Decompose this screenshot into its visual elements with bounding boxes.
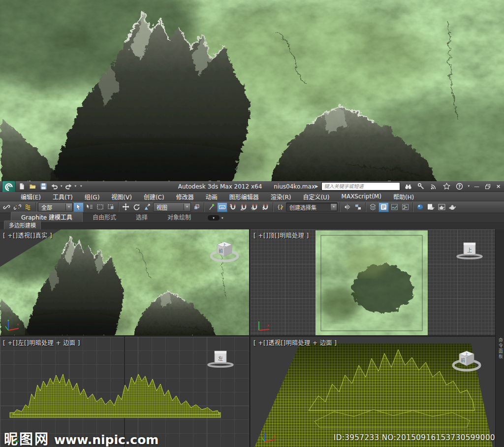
render-setup-button[interactable]	[426, 202, 436, 212]
viewcube[interactable]: 左	[207, 349, 234, 369]
svg-text:上: 上	[467, 248, 472, 253]
app-logo-icon[interactable]	[2, 181, 16, 193]
toolbar-separator	[273, 202, 273, 212]
spinner-snap-button[interactable]	[260, 202, 271, 212]
command-panel-tab[interactable]: 命令面板	[498, 338, 504, 359]
viewport-perspective-realistic[interactable]: [ +[]透视[]真实 ] 上 前 x	[0, 229, 249, 335]
select-and-scale-button[interactable]	[142, 202, 153, 212]
menu-tools[interactable]: 工具(T)	[47, 192, 79, 201]
toolbar-separator	[340, 202, 340, 212]
viewport-label[interactable]: [ +[]透视[]明暗处理 + 边面 ]	[253, 338, 337, 347]
ribbon-tab-freeform[interactable]: 自由形式	[83, 212, 126, 222]
ribbon-minimize-button[interactable]: ▾	[208, 215, 220, 221]
menu-customize[interactable]: 自定义(U)	[297, 192, 335, 201]
app-title: Autodesk 3ds Max 2012 x64	[178, 183, 262, 190]
select-and-manipulate-button[interactable]	[206, 202, 217, 212]
ribbon-tab-object-paint[interactable]: 对象绘制	[158, 212, 201, 222]
curve-editor-button[interactable]	[389, 202, 400, 212]
help-icon[interactable]: ?	[455, 182, 464, 191]
restore-button[interactable]	[484, 183, 491, 190]
command-panel-collapsed-strip[interactable]: 命令面板	[495, 229, 504, 447]
ribbon-panel-polygon-modeling[interactable]: 多边形建模	[4, 221, 41, 229]
rendered-terrain-image	[0, 0, 504, 181]
menu-rendering[interactable]: 渲染(R)	[265, 192, 297, 201]
material-editor-button[interactable]	[415, 202, 425, 212]
dropdown-caret-icon: ▾	[333, 205, 335, 209]
align-button[interactable]	[353, 202, 363, 212]
keyboard-shortcut-override-button[interactable]	[217, 202, 227, 212]
rendered-frame-window-button[interactable]	[437, 202, 447, 212]
close-button[interactable]: ×	[495, 183, 502, 190]
favorites-star-icon[interactable]	[442, 182, 451, 191]
angle-snap-button[interactable]: ∠	[239, 202, 249, 212]
select-by-name-button[interactable]	[84, 202, 94, 212]
mirror-button[interactable]	[342, 202, 352, 212]
menu-help[interactable]: 帮助(H)	[387, 192, 420, 201]
3ds-max-window: ▾ ▾ ▾ Autodesk 3ds Max 2012 x64 nius04ko…	[0, 0, 504, 447]
undo-button[interactable]	[50, 182, 59, 191]
menu-maxscript[interactable]: MAXScript(M)	[336, 192, 387, 201]
search-binoculars-icon[interactable]	[404, 182, 413, 191]
menu-animation[interactable]: 动画	[200, 192, 223, 201]
ribbon-tab-selection[interactable]: 选择	[126, 212, 158, 222]
schematic-view-button[interactable]	[400, 202, 410, 212]
undo-dropdown-caret-icon[interactable]: ▾	[61, 185, 63, 188]
viewport-label[interactable]: [ +[]顶[]明暗处理 ]	[253, 231, 309, 239]
infocenter-search-input[interactable]	[321, 182, 400, 191]
select-and-link-button[interactable]	[1, 202, 12, 212]
infocenter-arrow-icon[interactable]: ▶	[315, 184, 318, 189]
ribbon-options-caret-icon[interactable]: ▾	[221, 217, 223, 220]
workspace-dropdown-caret-icon[interactable]: ▾	[80, 185, 82, 188]
communication-center-icon[interactable]	[429, 182, 439, 191]
menu-modifiers[interactable]: 修改器	[170, 192, 200, 201]
open-file-button[interactable]	[28, 182, 37, 191]
svg-text:∠: ∠	[240, 207, 244, 211]
help-dropdown-caret-icon[interactable]: ▾	[468, 185, 470, 188]
ribbon-panel-strip: 多边形建模	[0, 222, 504, 229]
viewport-area: [ +[]透视[]真实 ] 上 前 x	[0, 229, 504, 447]
edit-named-selection-sets-button[interactable]: {}	[275, 202, 285, 212]
viewport-perspective-shaded-edged[interactable]: [ +[]透视[]明暗处理 + 边面 ] 上 前 x	[251, 337, 495, 447]
reference-coordinate-value: 视图	[157, 203, 181, 211]
redo-dropdown-caret-icon[interactable]: ▾	[75, 185, 77, 188]
menu-views[interactable]: 视图(V)	[105, 192, 138, 201]
window-crossing-button[interactable]	[106, 202, 116, 212]
select-object-button[interactable]	[73, 202, 84, 212]
svg-text:%: %	[251, 207, 254, 211]
subscription-key-icon[interactable]	[416, 182, 426, 191]
menu-group[interactable]: 组(G)	[79, 192, 106, 201]
rectangular-selection-button[interactable]	[95, 202, 105, 212]
world-axis-tripod: x	[260, 429, 277, 444]
toolbar-separator	[204, 202, 204, 212]
select-and-rotate-button[interactable]	[131, 202, 142, 212]
layer-manager-button[interactable]	[368, 202, 378, 212]
selection-filter-dropdown[interactable]: 全部 ▾	[38, 202, 73, 212]
select-and-move-button[interactable]	[121, 202, 131, 212]
reference-coordinate-dropdown[interactable]: 视图 ▾	[153, 202, 191, 212]
named-selection-dropdown[interactable]: 创建选择集 ▾	[286, 202, 338, 212]
viewcube[interactable]: 上 前	[451, 348, 482, 375]
save-file-button[interactable]	[39, 182, 48, 191]
percent-snap-button[interactable]: %	[250, 202, 260, 212]
bind-to-spacewarp-button[interactable]	[23, 202, 33, 212]
menu-graph-editors[interactable]: 图形编辑器	[223, 192, 265, 201]
render-production-button[interactable]	[447, 202, 458, 212]
graphite-ribbon-toggle-button[interactable]	[378, 202, 389, 212]
redo-button[interactable]	[64, 182, 73, 191]
svg-text:?: ?	[459, 184, 461, 189]
viewcube[interactable]: 上	[456, 240, 483, 261]
use-pivot-center-button[interactable]	[191, 202, 202, 212]
viewport-label[interactable]: [ +[]左[]明暗处理 + 边面 ]	[3, 338, 80, 347]
viewport-top-shaded[interactable]: [ +[]顶[]明暗处理 ] 上 x	[251, 229, 495, 335]
new-scene-button[interactable]	[17, 182, 27, 191]
viewcube[interactable]: 上 前	[209, 238, 240, 266]
svg-text:x: x	[267, 323, 269, 327]
snaps-toggle-3d-button[interactable]: 3	[228, 202, 238, 212]
infocenter-area: ▶ ? ▾ — ×	[315, 182, 502, 191]
menu-edit[interactable]: 编辑(E)	[15, 192, 47, 201]
viewport-label[interactable]: [ +[]透视[]真实 ]	[3, 231, 52, 239]
minimize-button[interactable]: —	[473, 183, 480, 190]
unlink-selection-button[interactable]	[12, 202, 23, 212]
menu-create[interactable]: 创建(C)	[138, 192, 170, 201]
toolbar-separator	[35, 202, 36, 212]
